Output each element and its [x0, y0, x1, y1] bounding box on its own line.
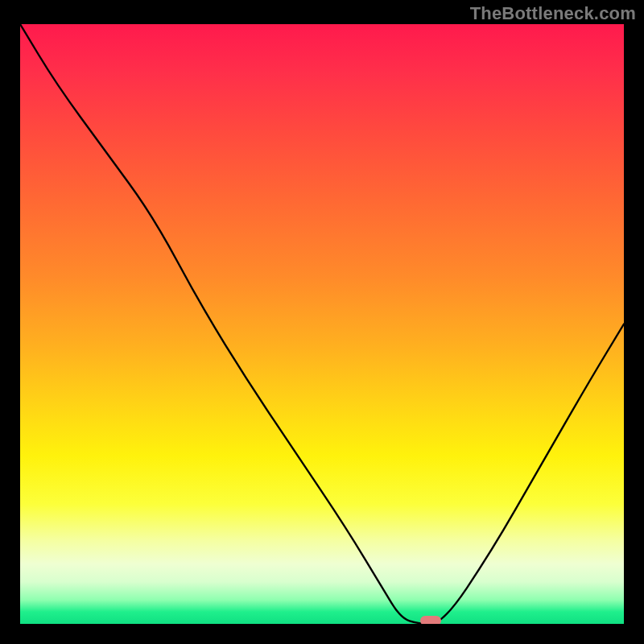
bottleneck-curve-path [20, 24, 624, 624]
chart-frame: TheBottleneck.com [0, 0, 644, 644]
plot-area [20, 24, 624, 624]
optimal-marker [420, 616, 441, 624]
curve-svg [20, 24, 624, 624]
watermark-text: TheBottleneck.com [470, 3, 636, 24]
